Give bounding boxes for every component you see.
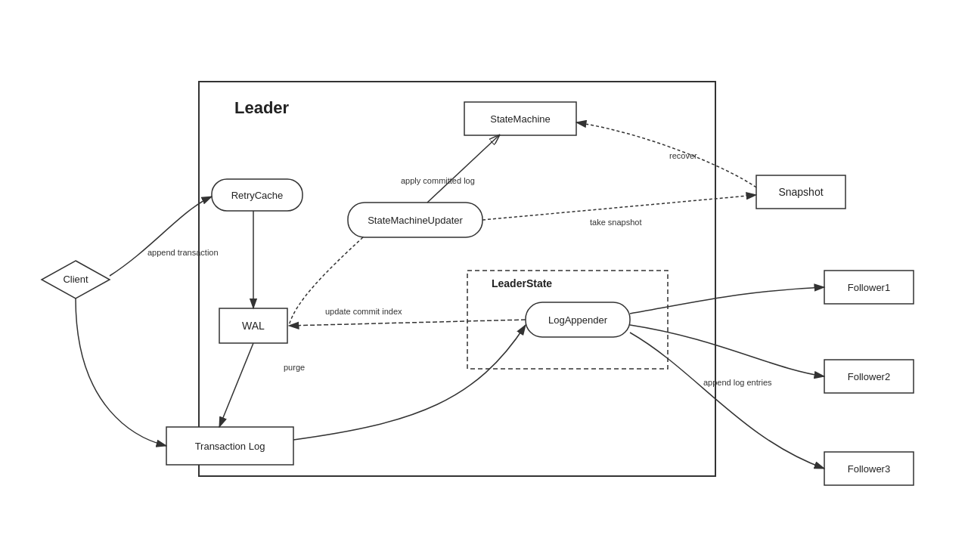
leader-label: Leader: [234, 98, 290, 117]
leader-box: [199, 82, 715, 476]
append-transaction-label: append transaction: [147, 248, 219, 257]
architecture-diagram: Leader LeaderState Client RetryCache WAL…: [0, 0, 968, 560]
state-machine-updater-label: StateMachineUpdater: [368, 215, 463, 226]
log-appender-to-follower2: [630, 325, 824, 376]
log-appender-to-wal-dashed: [289, 320, 526, 326]
client-to-txlog-curve: [76, 299, 166, 446]
txlog-to-logappender-curve: [293, 325, 526, 440]
follower2-label: Follower2: [848, 371, 890, 382]
follower1-label: Follower1: [848, 282, 890, 293]
apply-committed-log-label: apply committed log: [401, 176, 475, 185]
leader-state-label: LeaderState: [492, 277, 552, 289]
wal-label: WAL: [242, 320, 265, 332]
update-commit-index-label: update commit index: [325, 307, 402, 316]
smu-to-sm-arrow: [427, 135, 499, 203]
recover-label: recover: [669, 151, 697, 160]
purge-label: purge: [284, 363, 305, 372]
follower3-label: Follower3: [848, 463, 890, 475]
take-snapshot-label: take snapshot: [590, 218, 642, 227]
state-machine-label: StateMachine: [490, 113, 551, 125]
retry-cache-label: RetryCache: [231, 190, 284, 201]
transaction-log-label: Transaction Log: [195, 441, 265, 452]
wal-to-txlog-arrow: [219, 343, 253, 427]
client-to-retry-cache-arrow: [110, 196, 212, 276]
snapshot-to-sm-dotted: [576, 122, 756, 187]
append-log-entries-label: append log entries: [703, 378, 772, 387]
log-appender-to-follower3: [630, 333, 824, 469]
client-label: Client: [63, 274, 88, 285]
log-appender-to-follower1: [630, 287, 824, 314]
diagram-container: Leader LeaderState Client RetryCache WAL…: [0, 0, 968, 560]
snapshot-label: Snapshot: [778, 186, 823, 198]
log-appender-label: LogAppender: [548, 314, 608, 326]
